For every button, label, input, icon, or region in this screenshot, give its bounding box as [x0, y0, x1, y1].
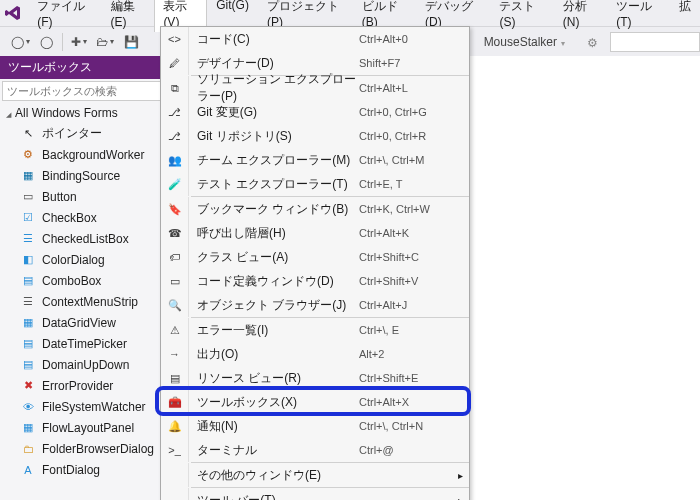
menu-item-shortcut: Ctrl+Alt+J [359, 299, 469, 311]
menu-item[interactable]: 👥チーム エクスプローラー(M)Ctrl+\, Ctrl+M [161, 148, 469, 172]
menu-item-label: 通知(N) [189, 418, 359, 435]
menu-item-label: リソース ビュー(R) [189, 370, 359, 387]
menu-item-1[interactable]: 編集(E) [102, 0, 155, 32]
menu-item[interactable]: ☎呼び出し階層(H)Ctrl+Alt+K [161, 221, 469, 245]
menu-item[interactable]: >_ターミナルCtrl+@ [161, 438, 469, 462]
toolbox-item-label: DomainUpDown [42, 358, 129, 372]
menu-item[interactable]: 🔖ブックマーク ウィンドウ(B)Ctrl+K, Ctrl+W [161, 197, 469, 221]
menu-item-shortcut: Ctrl+0, Ctrl+R [359, 130, 469, 142]
gear-icon[interactable] [579, 33, 598, 51]
menu-item-icon: ☎ [161, 221, 189, 245]
toolbox-item-checkbox[interactable]: ☑CheckBox [0, 207, 174, 228]
toolbox-item-checkedlistbox[interactable]: ☰CheckedListBox [0, 228, 174, 249]
menu-item[interactable]: 🏷クラス ビュー(A)Ctrl+Shift+C [161, 245, 469, 269]
menu-item[interactable]: ⧉ソリューション エクスプローラー(P)Ctrl+Alt+L [161, 76, 469, 100]
fontdialog-icon: A [20, 462, 36, 478]
menu-item-icon [161, 463, 189, 487]
toolbox-item-domainupdown[interactable]: ▤DomainUpDown [0, 354, 174, 375]
menu-item-shortcut: Ctrl+Shift+E [359, 372, 469, 384]
toolbox-item-label: DataGridView [42, 316, 116, 330]
menu-item[interactable]: 🧰ツールボックス(X)Ctrl+Alt+X [161, 390, 469, 414]
menu-item[interactable]: ⎇Git 変更(G)Ctrl+0, Ctrl+G [161, 100, 469, 124]
menu-item[interactable]: ⚠エラー一覧(I)Ctrl+\, E [161, 318, 469, 342]
toolbox-item-backgroundworker[interactable]: ⚙BackgroundWorker [0, 144, 174, 165]
menu-item-label: コード定義ウィンドウ(D) [189, 273, 359, 290]
toolbox-item-contextmenustrip[interactable]: ☰ContextMenuStrip [0, 291, 174, 312]
flowlayoutpanel-icon: ▦ [20, 420, 36, 436]
menu-item-label: その他のウィンドウ(E) [189, 467, 359, 484]
toolbox-item-pointer[interactable]: ↖ポインター [0, 123, 174, 144]
menu-item-icon: <> [161, 27, 189, 51]
menu-item[interactable]: 🔔通知(N)Ctrl+\, Ctrl+N [161, 414, 469, 438]
toolbox-item-label: FontDialog [42, 463, 100, 477]
menu-item[interactable]: その他のウィンドウ(E) [161, 463, 469, 487]
bindingsource-icon: ▦ [20, 168, 36, 184]
menu-item[interactable]: ▤リソース ビュー(R)Ctrl+Shift+E [161, 366, 469, 390]
search-input[interactable] [610, 32, 700, 52]
toolbox-item-label: DateTimePicker [42, 337, 127, 351]
menu-item-label: Git リポジトリ(S) [189, 128, 359, 145]
toolbox-item-combobox[interactable]: ▤ComboBox [0, 270, 174, 291]
menu-item-shortcut: Ctrl+K, Ctrl+W [359, 203, 469, 215]
nav-back-button[interactable]: ◯ [10, 32, 30, 52]
menu-item-shortcut: Alt+2 [359, 348, 469, 360]
menu-item-10[interactable]: 拡 [670, 0, 700, 32]
toolbox-item-fontdialog[interactable]: AFontDialog [0, 459, 174, 480]
menu-item-icon: 👥 [161, 148, 189, 172]
menu-item[interactable]: ツール バー(T) [161, 488, 469, 500]
menu-item[interactable]: <>コード(C)Ctrl+Alt+0 [161, 27, 469, 51]
toolbox-item-bindingsource[interactable]: ▦BindingSource [0, 165, 174, 186]
new-item-button[interactable]: ✚ [69, 32, 89, 52]
menu-item-label: 出力(O) [189, 346, 359, 363]
menu-item-label: ツール バー(T) [189, 492, 359, 501]
menu-item-label: デザイナー(D) [189, 55, 359, 72]
menu-item-label: クラス ビュー(A) [189, 249, 359, 266]
menu-item-shortcut: Ctrl+@ [359, 444, 469, 456]
menu-item-9[interactable]: ツール(T) [607, 0, 670, 32]
config-dropdown[interactable]: MouseStalker [484, 35, 565, 49]
toolbox-item-label: ContextMenuStrip [42, 295, 138, 309]
combobox-icon: ▤ [20, 273, 36, 289]
toolbox-search-input[interactable] [7, 85, 127, 97]
toolbox-group-header[interactable]: All Windows Forms [0, 103, 174, 123]
menu-item-icon: >_ [161, 438, 189, 462]
menu-item[interactable]: ⎇Git リポジトリ(S)Ctrl+0, Ctrl+R [161, 124, 469, 148]
toolbox-search[interactable]: ✕ [2, 81, 172, 101]
toolbox-item-folderbrowserdialog[interactable]: 🗀FolderBrowserDialog [0, 438, 174, 459]
menu-item[interactable]: 🔍オブジェクト ブラウザー(J)Ctrl+Alt+J [161, 293, 469, 317]
menu-item-icon: ⎇ [161, 100, 189, 124]
toolbox-item-filesystemwatcher[interactable]: 👁FileSystemWatcher [0, 396, 174, 417]
view-menu-dropdown: <>コード(C)Ctrl+Alt+0🖉デザイナー(D)Shift+F7⧉ソリュー… [160, 26, 470, 500]
menu-item-icon: ⧉ [161, 76, 189, 100]
toolbox-item-flowlayoutpanel[interactable]: ▦FlowLayoutPanel [0, 417, 174, 438]
menu-item-shortcut: Ctrl+Shift+V [359, 275, 469, 287]
menu-item-icon: ⚠ [161, 318, 189, 342]
menu-item[interactable]: 🧪テスト エクスプローラー(T)Ctrl+E, T [161, 172, 469, 196]
toolbox-item-datetimepicker[interactable]: ▤DateTimePicker [0, 333, 174, 354]
menu-item-0[interactable]: ファイル(F) [28, 0, 101, 32]
toolbox-item-colordialog[interactable]: ◧ColorDialog [0, 249, 174, 270]
menu-item-8[interactable]: 分析(N) [554, 0, 607, 32]
nav-fwd-button[interactable]: ◯ [36, 32, 56, 52]
menu-item[interactable]: ▭コード定義ウィンドウ(D)Ctrl+Shift+V [161, 269, 469, 293]
menu-item-label: ターミナル [189, 442, 359, 459]
toolbox-item-label: CheckBox [42, 211, 97, 225]
menu-item-7[interactable]: テスト(S) [490, 0, 553, 32]
toolbox-item-label: Button [42, 190, 77, 204]
pointer-icon: ↖ [20, 126, 36, 142]
toolbox-item-errorprovider[interactable]: ✖ErrorProvider [0, 375, 174, 396]
menu-item-label: チーム エクスプローラー(M) [189, 152, 359, 169]
toolbox-item-label: FolderBrowserDialog [42, 442, 154, 456]
menu-item-label: Git 変更(G) [189, 104, 359, 121]
menu-item-label: エラー一覧(I) [189, 322, 359, 339]
menu-item-icon: ▤ [161, 366, 189, 390]
domainupdown-icon: ▤ [20, 357, 36, 373]
open-button[interactable]: 🗁 [95, 32, 115, 52]
toolbox-item-datagridview[interactable]: ▦DataGridView [0, 312, 174, 333]
toolbox-item-button[interactable]: ▭Button [0, 186, 174, 207]
colordialog-icon: ◧ [20, 252, 36, 268]
menu-item-icon: 🔖 [161, 197, 189, 221]
menu-item[interactable]: →出力(O)Alt+2 [161, 342, 469, 366]
toolbox-item-label: ErrorProvider [42, 379, 113, 393]
save-button[interactable]: 💾 [121, 32, 141, 52]
